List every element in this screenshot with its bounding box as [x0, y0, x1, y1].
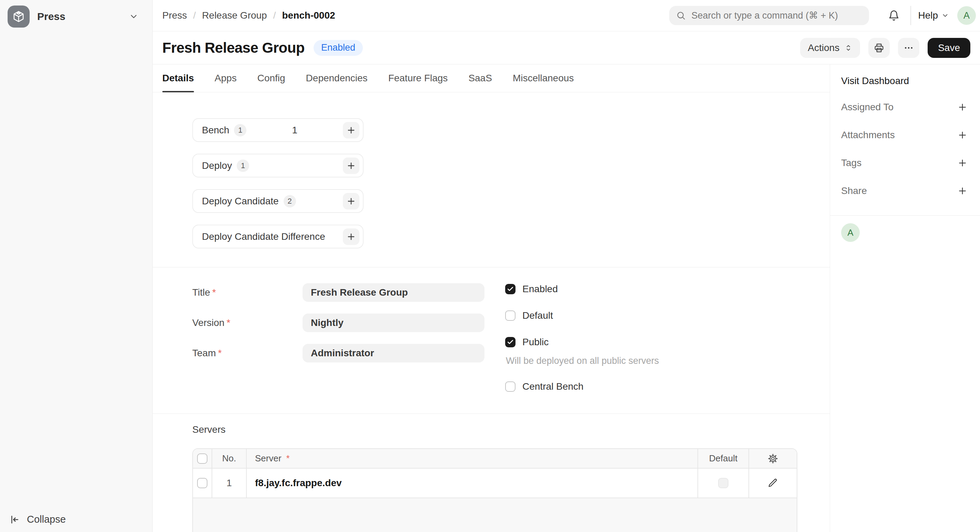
- server-name-cell[interactable]: f8.jay.fc.frappe.dev: [247, 468, 698, 497]
- collapse-icon: [10, 515, 20, 525]
- gear-icon: [768, 453, 778, 464]
- default-column-header: Default: [698, 449, 749, 468]
- help-chevron-icon: [942, 12, 949, 19]
- breadcrumb-separator: /: [193, 10, 196, 21]
- attachments-section: Attachments: [841, 130, 967, 141]
- link-card-value: 1: [247, 125, 343, 136]
- row-edit-cell: [749, 468, 797, 497]
- row-select-cell: [193, 468, 212, 497]
- link-card-label: Deploy Candidate: [202, 196, 279, 207]
- title-field[interactable]: Fresh Release Group: [302, 283, 485, 302]
- checkbox-checked: [505, 337, 515, 347]
- link-card-label: Deploy Candidate Difference: [202, 231, 325, 242]
- row-select-checkbox[interactable]: [197, 478, 207, 488]
- checkbox-group: Enabled Default Public Will be deployed …: [505, 284, 802, 392]
- tab-feature-flags[interactable]: Feature Flags: [388, 64, 448, 92]
- save-button[interactable]: Save: [928, 38, 970, 58]
- enabled-checkbox[interactable]: Enabled: [505, 284, 802, 294]
- add-deploy-button[interactable]: [343, 157, 360, 174]
- collapse-label: Collapse: [27, 514, 66, 525]
- select-all-cell: [193, 449, 212, 468]
- topbar-divider: [910, 6, 911, 25]
- server-table-row: 1 f8.jay.fc.frappe.dev: [193, 468, 797, 498]
- visit-dashboard-link[interactable]: Visit Dashboard: [841, 75, 967, 86]
- servers-table-header: No. Server* Default: [193, 449, 797, 468]
- print-button[interactable]: [869, 38, 890, 58]
- add-attachment-button[interactable]: [957, 130, 967, 140]
- actions-button[interactable]: Actions: [800, 38, 860, 58]
- share-section: Share: [841, 185, 967, 196]
- central-bench-checkbox[interactable]: Central Bench: [505, 381, 802, 392]
- breadcrumb-item-release-group[interactable]: Release Group: [202, 10, 267, 21]
- tab-apps[interactable]: Apps: [215, 64, 237, 92]
- topbar-right: Search or type a command (⌘ + K) Help A: [669, 6, 976, 25]
- panel-divider: [830, 215, 980, 216]
- select-all-checkbox[interactable]: [197, 453, 207, 464]
- more-options-button[interactable]: [898, 38, 920, 58]
- plus-icon: [346, 161, 356, 171]
- details-form-section: Title* Fresh Release Group Version* Nigh…: [153, 267, 830, 414]
- more-options-icon: [904, 43, 914, 53]
- tab-details[interactable]: Details: [162, 64, 194, 92]
- tab-saas[interactable]: SaaS: [468, 64, 492, 92]
- add-assignment-button[interactable]: [957, 102, 967, 112]
- link-card-deploy[interactable]: Deploy 1: [192, 154, 364, 178]
- add-deploy-candidate-button[interactable]: [343, 193, 360, 210]
- servers-table: No. Server* Default: [192, 448, 797, 532]
- checkbox-checked: [505, 284, 515, 294]
- add-bench-button[interactable]: [343, 122, 360, 138]
- actions-label: Actions: [808, 42, 839, 53]
- breadcrumb-item-current: bench-0002: [282, 10, 335, 21]
- page-header-actions: Actions Save: [800, 38, 970, 58]
- main-content: Details Apps Config Dependencies Feature…: [153, 64, 830, 532]
- default-checkbox[interactable]: Default: [505, 310, 802, 321]
- workspace-label: Press: [37, 11, 129, 22]
- plus-icon: [346, 196, 356, 206]
- add-deploy-candidate-difference-button[interactable]: [343, 229, 360, 245]
- row-number-cell: 1: [212, 468, 247, 497]
- help-menu-button[interactable]: Help: [918, 10, 949, 21]
- link-card-bench[interactable]: Bench 1 1: [192, 118, 364, 142]
- table-settings-button[interactable]: [768, 453, 778, 464]
- title-field-label: Title*: [192, 287, 302, 298]
- server-column-header: Server*: [247, 449, 698, 468]
- required-marker: *: [218, 348, 221, 358]
- breadcrumb-item-press[interactable]: Press: [162, 10, 187, 21]
- servers-section: Servers No. Server* Default: [153, 414, 830, 532]
- team-field-label: Team*: [192, 348, 302, 359]
- no-column-header: No.: [212, 449, 247, 468]
- team-field[interactable]: Administrator: [302, 344, 485, 362]
- table-settings-cell: [749, 449, 797, 468]
- breadcrumb-separator: /: [273, 10, 276, 21]
- link-card-deploy-candidate-difference[interactable]: Deploy Candidate Difference: [192, 225, 364, 248]
- global-search-input[interactable]: Search or type a command (⌘ + K): [669, 6, 869, 25]
- tab-miscellaneous[interactable]: Miscellaneous: [513, 64, 574, 92]
- tab-config[interactable]: Config: [258, 64, 285, 92]
- tab-bar: Details Apps Config Dependencies Feature…: [153, 64, 830, 92]
- row-default-cell: [698, 468, 749, 497]
- search-placeholder: Search or type a command (⌘ + K): [691, 10, 838, 21]
- workspace-switcher[interactable]: Press: [0, 0, 152, 27]
- add-share-button[interactable]: [957, 186, 967, 196]
- public-checkbox[interactable]: Public: [505, 337, 802, 347]
- collapse-sidebar-button[interactable]: Collapse: [10, 514, 66, 525]
- plus-icon: [346, 232, 356, 241]
- top-navbar: Press / Release Group / bench-0002 Searc…: [153, 0, 980, 31]
- add-tag-button[interactable]: [957, 158, 967, 168]
- assigned-to-section: Assigned To: [841, 102, 967, 113]
- link-card-deploy-candidate[interactable]: Deploy Candidate 2: [192, 189, 364, 213]
- help-label: Help: [918, 10, 938, 21]
- plus-icon: [957, 130, 967, 140]
- workspace-chevron-icon: [129, 12, 138, 21]
- breadcrumb: Press / Release Group / bench-0002: [162, 10, 335, 21]
- required-marker: *: [286, 453, 290, 464]
- edit-row-button[interactable]: [768, 478, 778, 488]
- version-field-label: Version*: [192, 318, 302, 329]
- version-field[interactable]: Nightly: [302, 314, 485, 332]
- user-avatar[interactable]: A: [957, 6, 976, 25]
- notifications-button[interactable]: [884, 6, 904, 25]
- plus-icon: [957, 158, 967, 168]
- link-card-label: Deploy: [202, 160, 232, 171]
- tab-dependencies[interactable]: Dependencies: [306, 64, 368, 92]
- required-marker: *: [226, 318, 230, 328]
